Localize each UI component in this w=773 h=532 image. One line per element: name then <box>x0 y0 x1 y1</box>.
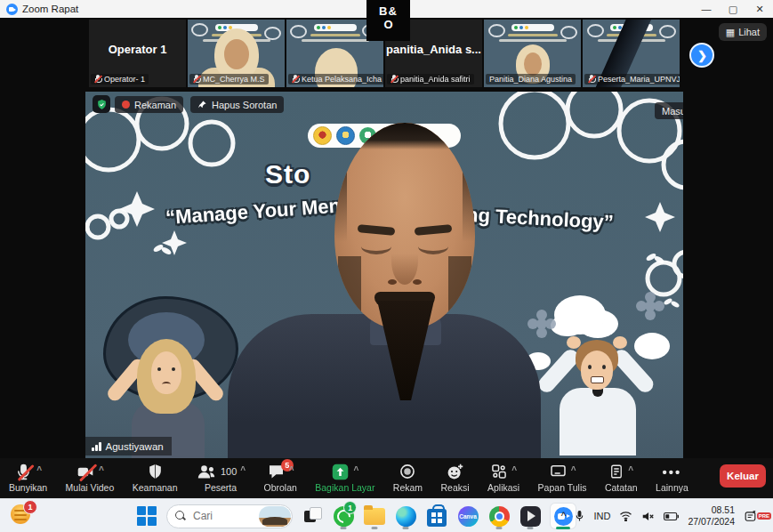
chevron-up-icon[interactable]: ^ <box>511 465 517 475</box>
main-speaker-video: Sto “Manage Your Ment ng Technology” <box>85 92 683 458</box>
event-title-fragment: Sto <box>265 159 310 189</box>
leave-meeting-button[interactable]: Keluar <box>720 464 766 488</box>
whatsapp-app-button[interactable]: 1 <box>332 503 355 529</box>
pin-icon <box>197 100 207 109</box>
meeting-toolbar: ^ Bunyikan ^ Mulai Video Keamanan <box>0 458 773 498</box>
reactions-button[interactable]: Reaksi <box>441 462 470 493</box>
participant-display-name: panitia_Anida s... <box>385 43 482 56</box>
security-shield-icon <box>93 95 110 113</box>
task-view-button[interactable] <box>301 503 324 529</box>
store-icon <box>427 509 447 527</box>
participant-person <box>214 28 259 80</box>
zoom-app-icon <box>6 4 18 15</box>
whiteboard-button[interactable]: ^ Papan Tulis <box>538 462 587 493</box>
zoom-meeting-window: Zoom Rapat — ▢ ✕ B& O Operator 1 Operato… <box>0 0 773 532</box>
chevron-up-icon[interactable]: ^ <box>240 465 246 475</box>
edge-browser-button[interactable] <box>394 503 417 529</box>
participant-name-label: Panitia_Diana Agustina <box>486 74 576 85</box>
muted-mic-icon <box>588 75 595 84</box>
participant-tile-maria[interactable]: Peserta_Maria_UPNVJ <box>583 20 680 87</box>
participant-name-label: MC_Cherrya M.S <box>189 74 269 85</box>
video-muted-icon <box>76 463 95 481</box>
remove-spotlight-button[interactable]: Hapus Sorotan <box>190 96 284 113</box>
chevron-up-icon[interactable]: ^ <box>99 465 104 475</box>
share-screen-icon <box>331 463 350 481</box>
whiteboard-icon <box>549 463 568 480</box>
muted-mic-icon <box>193 75 200 84</box>
language-indicator[interactable]: IND <box>593 511 610 521</box>
volume-muted-icon[interactable] <box>641 511 655 522</box>
more-dots-icon: ••• <box>663 464 682 480</box>
bo-logo-overlay: B& O <box>366 0 410 41</box>
taskbar-widgets-button[interactable]: 1 <box>11 504 34 528</box>
chrome-icon <box>489 506 510 527</box>
participant-name-label: panitia_Anida safitri <box>387 74 474 85</box>
chevron-up-icon[interactable]: ^ <box>571 465 576 475</box>
media-player-button[interactable] <box>519 503 542 529</box>
chevron-right-icon: ❯ <box>697 49 707 62</box>
more-button[interactable]: ••• Lainnya <box>656 462 688 493</box>
reactions-icon <box>446 463 464 481</box>
start-button[interactable] <box>135 503 158 529</box>
start-video-button[interactable]: ^ Mulai Video <box>66 462 115 493</box>
speaker-name-label: Agustiyawan <box>85 437 172 455</box>
taskbar-search[interactable] <box>166 504 293 528</box>
chevron-up-icon[interactable]: ^ <box>36 465 42 475</box>
recording-indicator: Rekaman <box>115 96 183 113</box>
muted-mic-icon <box>391 75 398 84</box>
security-button[interactable]: Keamanan <box>133 462 178 493</box>
participant-tile-operator[interactable]: Operator 1 Operator- 1 <box>89 20 186 87</box>
search-icon <box>175 511 186 521</box>
next-participants-page-button[interactable]: ❯ <box>689 43 714 68</box>
unmute-button[interactable]: ^ Bunyikan <box>9 462 47 493</box>
copilot-pre-badge: PRE <box>757 512 771 520</box>
date-label: 27/07/2024 <box>688 516 735 528</box>
notes-button[interactable]: ^ Catatan <box>605 462 638 493</box>
participant-name-label: Peserta_Maria_UPNVJ <box>584 74 680 85</box>
participant-tile-diana[interactable]: Panitia_Diana Agustina <box>484 20 581 87</box>
apps-icon <box>490 463 508 480</box>
chevron-up-icon[interactable]: ^ <box>289 465 294 475</box>
participant-tile-mc[interactable]: MC_Cherrya M.S <box>188 20 285 87</box>
mic-muted-icon <box>14 463 33 481</box>
battery-icon[interactable] <box>664 512 679 521</box>
notification-center-icon[interactable] <box>744 510 757 523</box>
tray-mic-icon[interactable] <box>575 510 584 523</box>
muted-mic-icon <box>292 75 299 84</box>
wifi-icon[interactable] <box>619 511 632 521</box>
maximize-button[interactable]: ▢ <box>720 0 746 18</box>
whatsapp-badge: 1 <box>343 501 357 514</box>
tile-banner <box>511 24 554 31</box>
view-button[interactable]: ▦ Lihat <box>719 23 767 41</box>
apps-button[interactable]: ^ Aplikasi <box>487 462 519 493</box>
record-icon <box>399 463 416 480</box>
participant-display-name: Operator 1 <box>89 43 186 56</box>
share-screen-button[interactable]: ^ Bagikan Layar <box>315 462 374 493</box>
canva-icon: Canva <box>458 506 479 527</box>
tray-chevron-up[interactable]: ^ <box>561 510 567 522</box>
recording-dot-icon <box>122 101 130 109</box>
chevron-up-icon[interactable]: ^ <box>353 465 358 475</box>
file-explorer-button[interactable] <box>363 503 386 529</box>
chevron-up-icon[interactable]: ^ <box>628 465 633 475</box>
windows-logo-icon <box>136 505 157 527</box>
search-highlight-image[interactable] <box>259 506 291 527</box>
minimize-button[interactable]: — <box>693 0 720 18</box>
ministry-logo-icon <box>336 126 355 145</box>
widgets-badge: 1 <box>23 500 37 514</box>
taskbar-clock[interactable]: 08.51 27/07/2024 <box>688 504 735 528</box>
grid-view-icon: ▦ <box>726 27 735 38</box>
microsoft-store-button[interactable] <box>425 503 448 529</box>
university-logo-icon <box>313 126 332 145</box>
chrome-browser-button[interactable] <box>487 503 511 529</box>
window-title: Zoom Rapat <box>22 4 78 14</box>
folder-icon <box>364 508 385 525</box>
record-button[interactable]: Rekam <box>393 462 423 493</box>
edge-icon <box>396 506 416 527</box>
chat-button[interactable]: 5 ^ Obrolan <box>264 462 297 493</box>
search-input[interactable] <box>191 509 254 523</box>
close-button[interactable]: ✕ <box>746 0 773 18</box>
participants-button[interactable]: 100 ^ Peserta <box>196 462 246 493</box>
canva-app-button[interactable]: Canva <box>456 503 479 529</box>
notes-icon <box>608 463 624 480</box>
